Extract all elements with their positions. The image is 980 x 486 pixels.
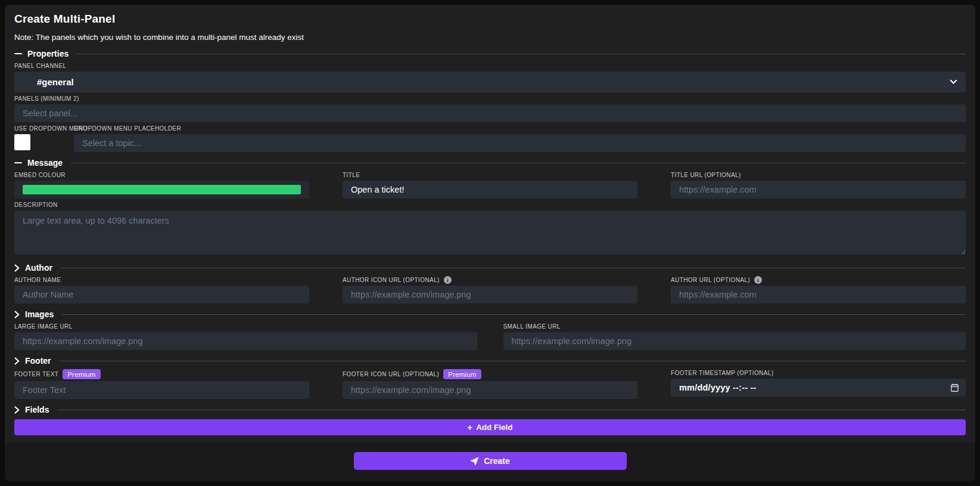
premium-badge: Premium: [443, 369, 481, 379]
calendar-icon[interactable]: [951, 383, 959, 392]
panels-label: PANELS (MINIMUM 2): [14, 95, 966, 103]
section-label: Message: [27, 158, 63, 168]
chevron-right-icon: [14, 406, 20, 414]
panel-channel-value: #general: [37, 77, 74, 87]
info-icon[interactable]: [444, 276, 452, 284]
description-label: DESCRIPTION: [14, 201, 966, 209]
dropdown-menu-placeholder-input[interactable]: [74, 134, 966, 152]
section-divider: [57, 410, 966, 410]
author-icon-url-input[interactable]: [343, 286, 637, 304]
author-name-input[interactable]: [14, 286, 309, 304]
author-name-label: AUTHOR NAME: [14, 276, 309, 284]
embed-colour-swatch: [23, 185, 301, 194]
section-footer-header[interactable]: Footer: [14, 355, 966, 367]
section-label: Fields: [25, 405, 49, 414]
section-divider: [61, 268, 966, 268]
info-icon[interactable]: [754, 276, 762, 284]
section-divider: [71, 163, 966, 163]
send-icon: [470, 457, 479, 466]
embed-colour-label: EMBED COLOUR: [14, 171, 309, 179]
dropdown-menu-placeholder-label: DROPDOWN MENU PLACEHOLDER: [74, 125, 966, 132]
title-label: TITLE: [343, 171, 637, 179]
use-dropdown-menu-label: USE DROPDOWN MENU: [14, 125, 74, 132]
card-footer-band: Create: [5, 442, 975, 481]
footer-timestamp-input[interactable]: mm/dd/yyyy --:-- --: [671, 379, 966, 397]
section-images-header[interactable]: Images: [14, 308, 966, 320]
footer-icon-url-input[interactable]: [343, 381, 637, 399]
collapse-minus-icon: [14, 53, 22, 55]
section-divider: [77, 54, 966, 54]
plus-icon: +: [467, 423, 472, 432]
section-message-header[interactable]: Message: [14, 157, 966, 169]
footer-text-label: FOOTER TEXT Premium: [14, 369, 309, 379]
chevron-right-icon: [14, 357, 20, 365]
timestamp-value: mm/dd/yyyy --:-- --: [679, 383, 756, 392]
footer-icon-url-label: FOOTER ICON URL (OPTIONAL) Premium: [343, 369, 637, 379]
chevron-right-icon: [14, 311, 20, 318]
section-author-header[interactable]: Author: [14, 262, 966, 274]
author-icon-url-label: AUTHOR ICON URL (OPTIONAL): [343, 276, 637, 284]
section-divider: [62, 314, 966, 315]
add-field-button[interactable]: + Add Field: [14, 419, 966, 435]
panel-channel-select[interactable]: #general: [14, 72, 966, 92]
create-button[interactable]: Create: [354, 452, 627, 470]
author-url-input[interactable]: [671, 286, 966, 304]
section-divider: [60, 361, 966, 361]
chevron-down-icon: [950, 79, 957, 85]
add-field-label: Add Field: [476, 423, 513, 432]
section-label: Images: [25, 309, 54, 319]
section-label: Author: [25, 263, 52, 273]
create-multi-panel-card: Create Multi-Panel Note: The panels whic…: [5, 5, 975, 481]
large-image-url-label: LARGE IMAGE URL: [14, 323, 477, 330]
page-note: Note: The panels which you wish to combi…: [14, 32, 966, 43]
title-input[interactable]: [343, 181, 637, 199]
section-properties-header[interactable]: Properties: [14, 48, 966, 60]
small-image-url-label: SMALL IMAGE URL: [503, 323, 966, 330]
title-url-label: TITLE URL (OPTIONAL): [671, 171, 966, 179]
section-label: Properties: [27, 49, 69, 58]
panel-channel-label: PANEL CHANNEL: [14, 62, 966, 70]
panels-input[interactable]: [14, 104, 966, 122]
small-image-url-input[interactable]: [503, 332, 966, 350]
collapse-minus-icon: [14, 162, 22, 164]
footer-text-input[interactable]: [14, 381, 309, 399]
chevron-right-icon: [14, 264, 20, 272]
use-dropdown-menu-checkbox[interactable]: [14, 134, 30, 150]
author-url-label: AUTHOR URL (OPTIONAL): [671, 276, 966, 284]
page-title: Create Multi-Panel: [14, 12, 966, 26]
section-fields-header[interactable]: Fields: [14, 404, 966, 416]
title-url-input[interactable]: [671, 181, 966, 199]
embed-colour-picker[interactable]: [14, 181, 309, 199]
premium-badge: Premium: [63, 369, 100, 379]
description-textarea[interactable]: [14, 211, 966, 255]
large-image-url-input[interactable]: [14, 332, 477, 350]
create-label: Create: [484, 456, 510, 466]
section-label: Footer: [25, 356, 51, 366]
footer-timestamp-label: FOOTER TIMESTAMP (OPTIONAL): [671, 369, 966, 377]
